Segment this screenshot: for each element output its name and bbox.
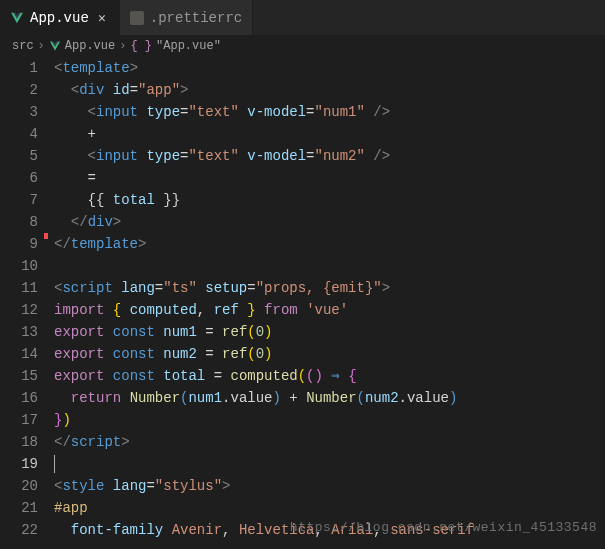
tab-prettierrc[interactable]: .prettierrc bbox=[120, 0, 253, 35]
chevron-right-icon: › bbox=[38, 39, 45, 53]
braces-icon: { } bbox=[130, 39, 152, 53]
vue-icon bbox=[10, 11, 24, 25]
text-cursor bbox=[54, 455, 55, 473]
tab-label: App.vue bbox=[30, 10, 89, 26]
line-gutter: 1 2 3 4 5 6 7 8 9 10 11 12 13 14 15 16 1… bbox=[0, 57, 50, 541]
error-marker bbox=[44, 233, 48, 239]
vue-icon bbox=[49, 40, 61, 52]
code-editor[interactable]: 1 2 3 4 5 6 7 8 9 10 11 12 13 14 15 16 1… bbox=[0, 57, 605, 541]
chevron-right-icon: › bbox=[119, 39, 126, 53]
code-area[interactable]: <template> <div id="app"> <input type="t… bbox=[50, 57, 605, 541]
breadcrumb-item[interactable]: "App.vue" bbox=[156, 39, 221, 53]
breadcrumb-item[interactable]: src bbox=[12, 39, 34, 53]
breadcrumb-item[interactable]: App.vue bbox=[65, 39, 115, 53]
watermark: https://blog.csdn.net/weixin_45133548 bbox=[290, 520, 597, 535]
tab-bar: App.vue ✕ .prettierrc bbox=[0, 0, 605, 35]
tab-app-vue[interactable]: App.vue ✕ bbox=[0, 0, 120, 35]
prettier-icon bbox=[130, 11, 144, 25]
tab-label: .prettierrc bbox=[150, 10, 242, 26]
close-icon[interactable]: ✕ bbox=[95, 11, 109, 25]
breadcrumb[interactable]: src › App.vue › { } "App.vue" bbox=[0, 35, 605, 57]
